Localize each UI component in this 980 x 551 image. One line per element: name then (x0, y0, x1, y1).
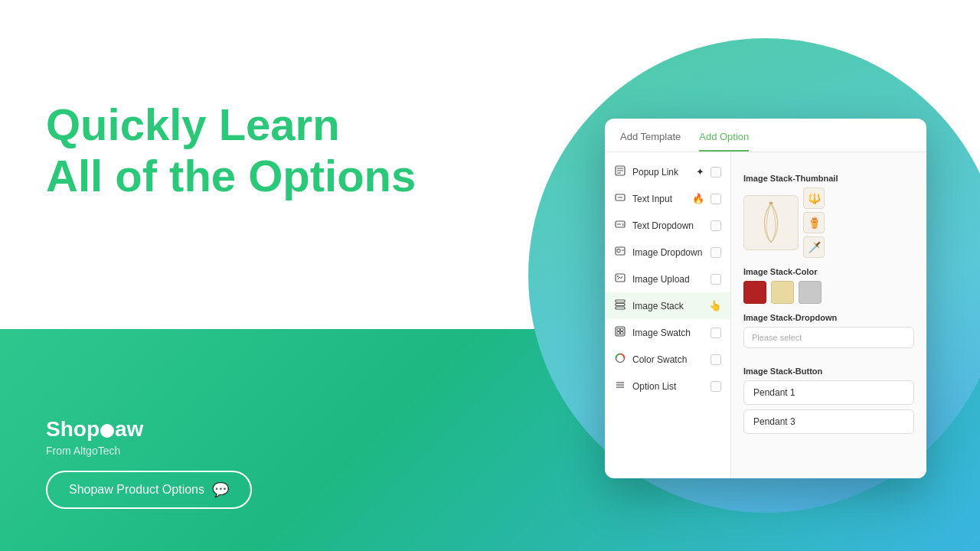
svg-rect-20 (621, 332, 624, 335)
small-thumb-3: 🗡️ (803, 236, 825, 258)
list-item-popup-link[interactable]: Popup Link ✦ (605, 158, 730, 185)
color-label: Image Stack-Color (743, 267, 914, 276)
color-swatches (743, 281, 914, 304)
sidebar-list: Popup Link ✦ Text Input 🔥 Text Dropdown (605, 152, 731, 478)
dropdown-select[interactable]: Please select (743, 327, 914, 348)
text-input-icon (614, 192, 626, 205)
option-list-icon (614, 380, 626, 393)
chat-icon: 💬 (212, 481, 229, 498)
text-dropdown-icon (614, 219, 626, 232)
svg-rect-17 (617, 328, 620, 331)
popup-link-badge: ✦ (696, 166, 704, 178)
image-dropdown-icon (614, 246, 626, 259)
svg-rect-9 (617, 249, 620, 253)
dropdown-section: Image Stack-Dropdown Please select (743, 313, 914, 357)
popup-link-check[interactable] (710, 167, 721, 178)
brand-sub: From AltgoTech (46, 445, 252, 457)
left-content: Quickly Learn All of the Options (46, 99, 416, 201)
svg-point-12 (617, 276, 619, 277)
list-item-option-list[interactable]: Option List (605, 373, 730, 399)
color-swatch-check[interactable] (710, 354, 721, 365)
list-item-image-swatch[interactable]: Image Swatch (605, 319, 730, 346)
image-swatch-icon (614, 326, 626, 339)
dropdown-label: Image Stack-Dropdown (743, 313, 914, 322)
popup-link-label: Popup Link (632, 167, 690, 178)
color-swatch-icon (614, 353, 626, 366)
headline-line2: All of the Options (46, 151, 416, 201)
image-stack-label: Image Stack (632, 301, 703, 311)
popup-link-icon (614, 165, 626, 178)
text-input-label: Text Input (632, 194, 686, 204)
brand-name: Shopaw (46, 417, 143, 442)
list-item-image-upload[interactable]: Image Upload (605, 266, 730, 292)
list-item-color-swatch[interactable]: Color Swatch (605, 346, 730, 373)
option-list-check[interactable] (710, 381, 721, 392)
image-upload-icon (614, 272, 626, 285)
pendant-1-button[interactable]: Pendant 1 (743, 380, 914, 405)
small-thumb-2: ⚱️ (803, 212, 825, 233)
button-label: Image Stack-Button (743, 367, 914, 376)
cta-button[interactable]: Shopaw Product Options 💬 (46, 471, 252, 509)
image-stack-icon (614, 299, 626, 312)
small-thumbs: 🔱 ⚱️ 🗡️ (803, 187, 825, 258)
tab-add-option[interactable]: Add Option (699, 131, 749, 152)
image-swatch-label: Image Swatch (632, 328, 704, 338)
color-swatch-silver[interactable] (799, 281, 822, 304)
image-stack-badge: 👆 (709, 300, 721, 311)
thumbnail-section: Image Stack-Thumbnail 🔱 ⚱️ (743, 174, 914, 258)
thumbnail-label: Image Stack-Thumbnail (743, 174, 914, 183)
svg-rect-13 (616, 300, 625, 302)
image-dropdown-label: Image Dropdown (632, 247, 704, 258)
svg-point-25 (769, 202, 773, 204)
pendant-3-button[interactable]: Pendant 3 (743, 409, 914, 434)
thumbnail-row: 🔱 ⚱️ 🗡️ (743, 187, 914, 258)
color-swatch-label: Color Swatch (632, 354, 704, 365)
option-list-label: Option List (632, 381, 704, 392)
list-item-image-stack[interactable]: Image Stack 👆 (605, 292, 730, 319)
panel-tabs: Add Template Add Option (605, 119, 926, 152)
headline-line1: Quickly Learn (46, 99, 340, 149)
svg-rect-15 (616, 307, 625, 309)
text-input-check[interactable] (710, 194, 721, 204)
image-swatch-check[interactable] (710, 328, 721, 338)
panel-body: Popup Link ✦ Text Input 🔥 Text Dropdown (605, 152, 926, 478)
main-thumbnail (743, 195, 799, 250)
image-upload-label: Image Upload (632, 274, 704, 285)
list-item-image-dropdown[interactable]: Image Dropdown (605, 239, 730, 266)
text-input-badge: 🔥 (692, 193, 704, 204)
small-thumb-1: 🔱 (803, 187, 825, 209)
tab-add-template[interactable]: Add Template (620, 131, 681, 152)
cta-label: Shopaw Product Options (69, 483, 204, 497)
color-swatch-red[interactable] (743, 281, 766, 304)
brand-logo: Shopaw (46, 417, 252, 442)
button-section: Image Stack-Button Pendant 1 Pendant 3 (743, 367, 914, 439)
headline: Quickly Learn All of the Options (46, 99, 416, 201)
svg-rect-19 (617, 332, 620, 335)
image-dropdown-check[interactable] (710, 247, 721, 258)
list-item-text-dropdown[interactable]: Text Dropdown (605, 212, 730, 239)
svg-rect-14 (616, 304, 625, 306)
text-dropdown-label: Text Dropdown (632, 220, 704, 231)
panel-content: Image Stack-Thumbnail 🔱 ⚱️ (731, 152, 926, 478)
text-dropdown-check[interactable] (710, 220, 721, 231)
color-swatch-gold[interactable] (771, 281, 794, 304)
color-section: Image Stack-Color (743, 267, 914, 304)
svg-rect-18 (621, 328, 624, 331)
list-item-text-input[interactable]: Text Input 🔥 (605, 185, 730, 212)
brand-section: Shopaw From AltgoTech Shopaw Product Opt… (46, 417, 252, 509)
image-upload-check[interactable] (710, 274, 721, 285)
ui-panel: Add Template Add Option Popup Link ✦ Tex… (605, 119, 926, 478)
